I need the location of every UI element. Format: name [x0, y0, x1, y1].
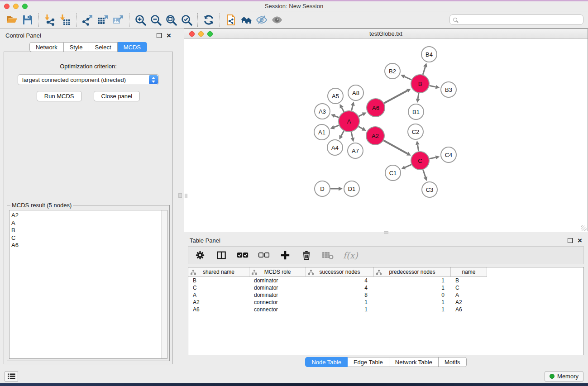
deselect-all-button[interactable]: [258, 249, 270, 261]
table-row[interactable]: Bdominator41B: [188, 277, 583, 284]
graph-node-b2[interactable]: B2: [385, 63, 400, 79]
graph-edge-a2-c[interactable]: [383, 140, 411, 156]
run-mcds-button[interactable]: Run MCDS: [37, 91, 82, 101]
graph-node-a1[interactable]: A1: [314, 124, 330, 140]
settings-button[interactable]: [194, 249, 206, 261]
float-panel-icon[interactable]: [568, 238, 573, 243]
column-header-successor-nodes[interactable]: successor nodes: [306, 267, 374, 277]
delete-column-button[interactable]: [301, 249, 312, 261]
hide-panels-button[interactable]: [254, 13, 269, 27]
graph-node-a8[interactable]: A8: [348, 85, 363, 100]
export-image-button[interactable]: [110, 13, 126, 27]
graph-node-b[interactable]: B: [411, 75, 429, 93]
graph-node-a5[interactable]: A5: [328, 88, 343, 104]
zoom-in-button[interactable]: [133, 13, 148, 27]
tab-network-table[interactable]: Network Table: [389, 357, 439, 367]
tab-motifs[interactable]: Motifs: [439, 357, 467, 367]
graph-edge-a-a4[interactable]: [339, 131, 344, 139]
graph-node-c2[interactable]: C2: [408, 124, 423, 139]
graph-node-a2[interactable]: A2: [366, 127, 384, 145]
graph-node-b1[interactable]: B1: [408, 104, 424, 119]
graph-edge-d-d1[interactable]: [330, 187, 343, 191]
zoom-fit-button[interactable]: [163, 13, 179, 27]
canvas-left-grip[interactable]: [185, 194, 187, 198]
tab-style[interactable]: Style: [64, 42, 89, 52]
graph-node-a6[interactable]: A6: [367, 99, 385, 117]
column-header-shared-name[interactable]: shared name: [188, 267, 249, 277]
task-history-button[interactable]: [5, 371, 18, 382]
show-panel-button[interactable]: [269, 13, 285, 27]
add-column-button[interactable]: [279, 249, 291, 261]
graph-node-a4[interactable]: A4: [327, 140, 343, 155]
graph-edge-a-a6[interactable]: [359, 112, 366, 116]
close-panel-icon[interactable]: ×: [578, 238, 582, 243]
graph-edge-a6-b[interactable]: [384, 89, 411, 103]
graph-edge-b-b4[interactable]: [423, 63, 427, 75]
column-header-mcds-role[interactable]: MCDS role: [249, 267, 306, 277]
network-canvas[interactable]: AA5A8A3A1A4A7A6A2BB2B4B3B1C2CC4C1C3DD1: [184, 39, 588, 232]
graph-node-a3[interactable]: A3: [315, 104, 330, 119]
result-item[interactable]: A6: [11, 242, 167, 249]
result-item[interactable]: B: [11, 227, 167, 234]
export-table-button[interactable]: [95, 13, 110, 27]
divider-grip[interactable]: [178, 193, 182, 198]
search-field[interactable]: [449, 14, 583, 25]
import-network-button[interactable]: [42, 13, 57, 27]
column-header-name[interactable]: name: [451, 267, 487, 277]
save-session-button[interactable]: [20, 13, 35, 27]
column-header-predecessor-nodes[interactable]: predecessor nodes: [374, 267, 451, 277]
graph-edge-c-c3[interactable]: [423, 170, 428, 181]
memory-button[interactable]: Memory: [545, 371, 583, 382]
result-scrollbar[interactable]: [161, 210, 167, 358]
graph-edge-b-b1[interactable]: [416, 93, 420, 103]
result-item[interactable]: C: [11, 234, 167, 242]
graph-node-a[interactable]: A: [339, 111, 359, 132]
graph-edge-a-a2[interactable]: [359, 127, 366, 131]
criterion-select[interactable]: largest connected component (directed): [18, 74, 159, 85]
table-row[interactable]: Cdominator41C: [188, 284, 583, 291]
tab-network[interactable]: Network: [29, 42, 64, 52]
graph-edge-c-c1[interactable]: [401, 165, 411, 170]
home-views-button[interactable]: [239, 13, 254, 27]
vertical-split-divider[interactable]: [177, 29, 184, 369]
graph-node-c3[interactable]: C3: [422, 182, 437, 197]
split-columns-button[interactable]: [215, 249, 227, 261]
close-panel-button[interactable]: Close panel: [94, 91, 140, 101]
zoom-selected-button[interactable]: [179, 13, 194, 27]
import-table-button[interactable]: [57, 13, 73, 27]
graph-edge-a-a1[interactable]: [330, 125, 339, 129]
graph-node-d[interactable]: D: [315, 181, 330, 196]
divider-grip[interactable]: [384, 231, 388, 234]
graph-edge-b-b3[interactable]: [430, 85, 440, 89]
export-network-button[interactable]: [80, 13, 95, 27]
graph-edge-b-b2[interactable]: [401, 75, 411, 80]
graph-node-c4[interactable]: C4: [441, 147, 456, 162]
graph-edge-a-a7[interactable]: [350, 132, 354, 142]
network-graph[interactable]: AA5A8A3A1A4A7A6A2BB2B4B3B1C2CC4C1C3DD1: [184, 39, 588, 230]
table-row[interactable]: A6connector11A6: [188, 306, 583, 313]
tab-mcds[interactable]: MCDS: [118, 42, 147, 52]
graph-node-c1[interactable]: C1: [385, 165, 401, 181]
select-all-button[interactable]: [237, 249, 249, 261]
refresh-view-button[interactable]: [201, 13, 216, 27]
float-panel-icon[interactable]: [157, 33, 162, 38]
graph-edge-a-a8[interactable]: [351, 101, 355, 110]
table-row[interactable]: A2connector11A2: [188, 299, 583, 306]
graph-node-a7[interactable]: A7: [348, 143, 363, 158]
graph-edge-a-a3[interactable]: [331, 114, 339, 118]
tab-edge-table[interactable]: Edge Table: [348, 357, 389, 367]
graph-node-b4[interactable]: B4: [421, 47, 437, 62]
result-item[interactable]: A: [11, 219, 167, 227]
graph-node-c[interactable]: C: [411, 152, 429, 170]
search-input[interactable]: [457, 15, 583, 24]
tab-node-table[interactable]: Node Table: [305, 357, 348, 367]
graph-edge-c-c2[interactable]: [416, 141, 420, 151]
graph-edge-c-c4[interactable]: [430, 155, 440, 159]
tab-select[interactable]: Select: [89, 42, 118, 52]
zoom-out-button[interactable]: [148, 13, 163, 27]
duplicate-network-button[interactable]: [223, 13, 239, 27]
result-item[interactable]: A2: [11, 212, 167, 219]
close-panel-icon[interactable]: ×: [167, 33, 171, 38]
horizontal-split-divider[interactable]: [184, 231, 588, 234]
graph-edge-a-a5[interactable]: [339, 104, 344, 112]
